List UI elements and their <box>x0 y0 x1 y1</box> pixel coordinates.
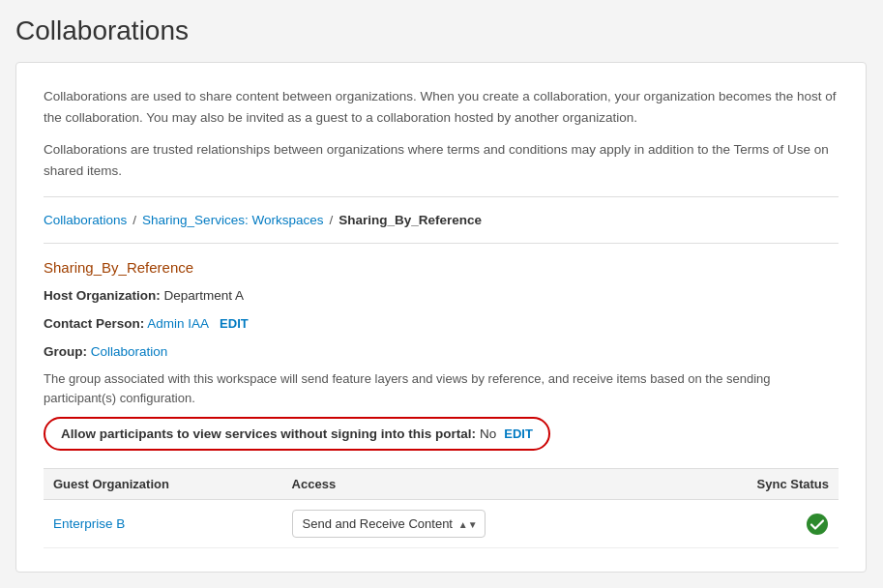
host-label: Host Organization: <box>44 288 161 303</box>
allow-label: Allow participants to view services with… <box>61 426 476 441</box>
main-card: Collaborations are used to share content… <box>15 62 867 573</box>
allow-participants-row: Allow participants to view services with… <box>44 417 550 451</box>
breadcrumb-sep-2: / <box>329 213 333 227</box>
col-header-guest-org: Guest Organization <box>44 469 282 500</box>
col-header-sync-status: Sync Status <box>639 469 839 500</box>
host-organization-row: Host Organization: Department A <box>44 285 839 308</box>
sync-status-icon <box>649 513 829 536</box>
collaboration-name: Sharing_By_Reference <box>44 259 839 276</box>
breadcrumb-sharing-by-reference: Sharing_By_Reference <box>338 213 482 227</box>
table-header-row: Guest Organization Access Sync Status <box>44 469 839 500</box>
allow-edit-link[interactable]: EDIT <box>504 426 533 441</box>
page-title: Collaborations <box>15 15 868 46</box>
breadcrumb-sep-1: / <box>132 213 136 227</box>
contact-person-row: Contact Person: Admin IAA EDIT <box>44 313 839 336</box>
col-header-access: Access <box>282 469 640 500</box>
breadcrumb-collaborations[interactable]: Collaborations <box>44 213 127 227</box>
guest-org-link[interactable]: Enterprise B <box>53 516 125 531</box>
divider-1 <box>44 196 839 197</box>
host-value: Department A <box>164 288 245 303</box>
contact-label: Contact Person: <box>44 316 144 331</box>
contact-value[interactable]: Admin IAA <box>147 316 208 331</box>
group-note: The group associated with this workspace… <box>44 369 839 407</box>
group-value[interactable]: Collaboration <box>91 344 168 359</box>
divider-2 <box>44 243 839 244</box>
table-row: Enterprise BSend and Receive ContentSend… <box>44 500 839 548</box>
access-select-wrapper: Send and Receive ContentSend ContentRece… <box>292 510 486 538</box>
intro-paragraph-2: Collaborations are trusted relationships… <box>44 139 839 181</box>
breadcrumb: Collaborations / Sharing_Services: Works… <box>44 213 839 227</box>
collaborations-table: Guest Organization Access Sync Status En… <box>44 468 839 548</box>
group-label: Group: <box>44 344 87 359</box>
contact-edit-link[interactable]: EDIT <box>220 316 249 331</box>
access-select[interactable]: Send and Receive ContentSend ContentRece… <box>292 510 486 538</box>
intro-paragraph-1: Collaborations are used to share content… <box>44 86 839 128</box>
svg-point-0 <box>807 514 828 535</box>
allow-value: No <box>480 426 496 441</box>
group-row: Group: Collaboration <box>44 341 839 364</box>
breadcrumb-sharing-services[interactable]: Sharing_Services: Workspaces <box>142 213 323 227</box>
